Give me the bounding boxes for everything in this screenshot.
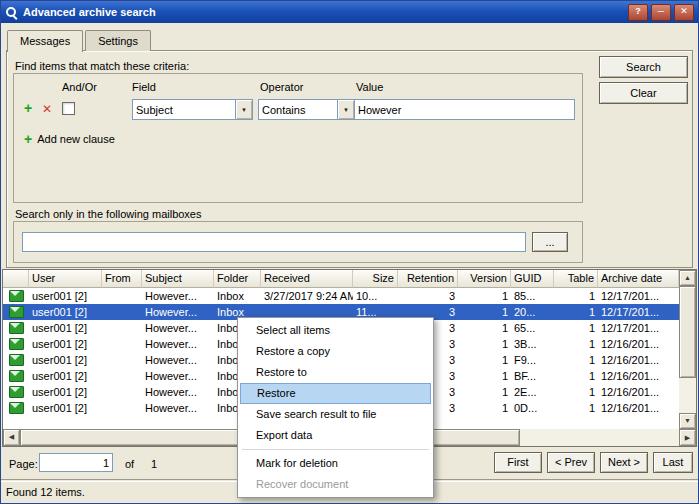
mail-envelope-icon bbox=[3, 354, 29, 366]
menu-item-restore-a-copy[interactable]: Restore a copy bbox=[240, 341, 431, 362]
prev-page-button[interactable]: < Prev bbox=[547, 452, 595, 473]
operator-select-value: Contains bbox=[259, 104, 337, 116]
cell-subject: However... bbox=[142, 370, 214, 382]
cell-size: 10... bbox=[353, 290, 398, 302]
cell-user: user001 [2] bbox=[29, 322, 102, 334]
column-label-operator: Operator bbox=[260, 81, 303, 93]
search-button[interactable]: Search bbox=[599, 56, 688, 78]
cell-version: 1 bbox=[458, 370, 511, 382]
operator-select[interactable]: Contains ▼ bbox=[258, 99, 355, 120]
add-new-clause-label: Add new clause bbox=[37, 133, 115, 145]
menu-item-select-all-items[interactable]: Select all items bbox=[240, 320, 431, 341]
close-button[interactable]: ✕ bbox=[674, 4, 694, 21]
menu-item-mark-for-deletion[interactable]: Mark for deletion bbox=[240, 453, 431, 474]
cell-archive_date: 12/17/201... bbox=[598, 306, 679, 318]
cell-archive_date: 12/17/201... bbox=[598, 322, 679, 334]
cell-user: user001 [2] bbox=[29, 402, 102, 414]
scroll-left-icon[interactable]: ◀ bbox=[3, 429, 20, 446]
column-header-size[interactable]: Size bbox=[353, 270, 398, 288]
column-header-version[interactable]: Version bbox=[458, 270, 511, 288]
value-input[interactable] bbox=[354, 99, 575, 120]
pagination-buttons: First < Prev Next > Last bbox=[494, 452, 693, 473]
cell-guid: 20... bbox=[511, 306, 554, 318]
column-header-received[interactable]: Received bbox=[261, 270, 353, 288]
browse-button[interactable]: ... bbox=[532, 232, 568, 252]
column-header-folder[interactable]: Folder bbox=[214, 270, 261, 288]
vertical-scrollbar[interactable]: ▲ ▼ bbox=[679, 270, 696, 429]
scroll-right-icon[interactable]: ▶ bbox=[679, 429, 696, 446]
mail-envelope-icon bbox=[3, 402, 29, 414]
cell-guid: F9... bbox=[511, 354, 554, 366]
table-row[interactable]: user001 [2]However...Inbox3/27/2017 9:24… bbox=[3, 288, 679, 304]
cell-archive_date: 12/16/201... bbox=[598, 354, 679, 366]
cell-subject: However... bbox=[142, 386, 214, 398]
cell-user: user001 [2] bbox=[29, 370, 102, 382]
vertical-scroll-thumb[interactable] bbox=[679, 286, 696, 378]
cell-user: user001 [2] bbox=[29, 338, 102, 350]
menu-item-export-data[interactable]: Export data bbox=[240, 425, 431, 446]
column-header-user[interactable]: User bbox=[29, 270, 102, 288]
mail-envelope-icon bbox=[3, 306, 29, 318]
field-select[interactable]: Subject ▼ bbox=[132, 99, 253, 120]
cell-guid: 2E... bbox=[511, 386, 554, 398]
mailboxes-label: Search only in the following mailboxes bbox=[15, 208, 202, 220]
cell-guid: 65... bbox=[511, 322, 554, 334]
column-header-guid[interactable]: GUID bbox=[511, 270, 554, 288]
menu-item-restore[interactable]: Restore bbox=[240, 383, 431, 404]
column-header-icon[interactable] bbox=[3, 270, 29, 288]
menu-item-recover-document: Recover document bbox=[240, 474, 431, 495]
tab-messages[interactable]: Messages bbox=[7, 30, 83, 52]
help-button[interactable]: ? bbox=[628, 4, 648, 21]
of-label: of bbox=[125, 458, 134, 470]
mail-envelope-icon bbox=[3, 338, 29, 350]
cell-user: user001 [2] bbox=[29, 354, 102, 366]
clear-button[interactable]: Clear bbox=[599, 82, 688, 104]
search-icon bbox=[5, 6, 18, 19]
results-header: User From Subject Folder Received Size R… bbox=[3, 270, 679, 288]
status-text: Found 12 items. bbox=[6, 486, 85, 498]
chevron-down-icon[interactable]: ▼ bbox=[337, 100, 354, 119]
cell-archive_date: 12/16/201... bbox=[598, 370, 679, 382]
cell-subject: However... bbox=[142, 290, 214, 302]
cell-guid: 3B... bbox=[511, 338, 554, 350]
menu-item-restore-to[interactable]: Restore to bbox=[240, 362, 431, 383]
cell-guid: 0D... bbox=[511, 402, 554, 414]
remove-clause-icon[interactable]: ✕ bbox=[42, 102, 52, 116]
cell-version: 1 bbox=[458, 290, 511, 302]
cell-version: 1 bbox=[458, 386, 511, 398]
mailboxes-input[interactable] bbox=[22, 232, 526, 252]
scroll-up-icon[interactable]: ▲ bbox=[679, 270, 696, 286]
context-menu: Select all items Restore a copy Restore … bbox=[237, 317, 434, 498]
add-new-clause-link[interactable]: + Add new clause bbox=[24, 131, 115, 147]
page-number-input[interactable] bbox=[39, 453, 113, 472]
clause-checkbox[interactable] bbox=[62, 102, 75, 115]
column-header-table[interactable]: Table bbox=[554, 270, 598, 288]
mail-envelope-icon bbox=[3, 386, 29, 398]
cell-guid: BF... bbox=[511, 370, 554, 382]
criteria-box: And/Or Field Operator Value + ✕ Subject … bbox=[13, 73, 583, 203]
column-header-retention[interactable]: Retention bbox=[398, 270, 458, 288]
chevron-down-icon[interactable]: ▼ bbox=[235, 100, 252, 119]
cell-table: 1 bbox=[554, 290, 598, 302]
tab-settings[interactable]: Settings bbox=[85, 30, 151, 51]
cell-version: 1 bbox=[458, 402, 511, 414]
last-page-button[interactable]: Last bbox=[653, 452, 693, 473]
add-clause-icon[interactable]: + bbox=[24, 100, 32, 116]
first-page-button[interactable]: First bbox=[494, 452, 542, 473]
menu-item-save-search-result-to-file[interactable]: Save search result to file bbox=[240, 404, 431, 425]
column-header-from[interactable]: From bbox=[102, 270, 142, 288]
cell-subject: However... bbox=[142, 338, 214, 350]
next-page-button[interactable]: Next > bbox=[600, 452, 648, 473]
scroll-down-icon[interactable]: ▼ bbox=[679, 413, 696, 429]
mailboxes-box: ... bbox=[13, 221, 583, 263]
cell-subject: However... bbox=[142, 306, 214, 318]
cell-retention: 3 bbox=[398, 290, 458, 302]
minimize-button[interactable]: ─ bbox=[651, 4, 671, 21]
column-header-archive-date[interactable]: Archive date bbox=[598, 270, 679, 288]
cell-version: 1 bbox=[458, 322, 511, 334]
cell-table: 1 bbox=[554, 354, 598, 366]
cell-archive_date: 12/16/201... bbox=[598, 338, 679, 350]
criteria-heading: Find items that match these criteria: bbox=[15, 60, 189, 72]
plus-icon: + bbox=[24, 131, 32, 147]
column-header-subject[interactable]: Subject bbox=[142, 270, 214, 288]
